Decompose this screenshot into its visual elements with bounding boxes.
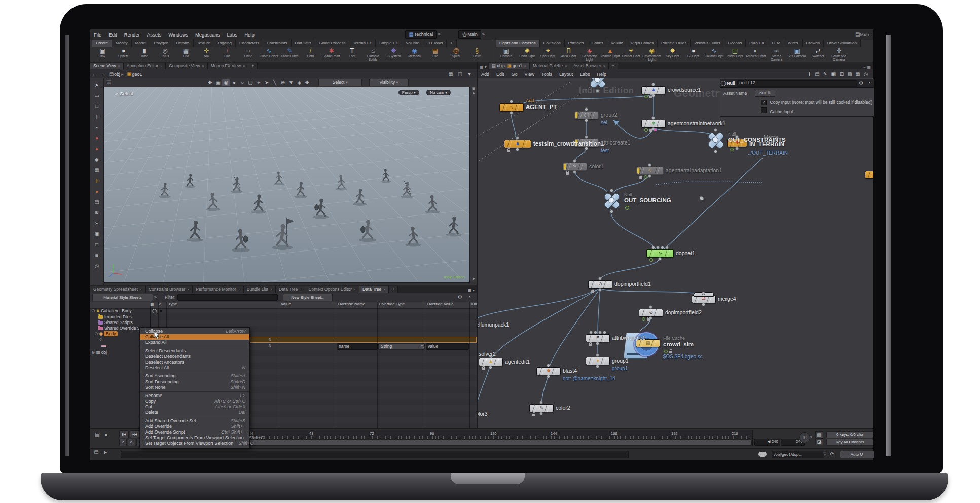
shelf-tool-spiral[interactable]: @Spiral: [446, 48, 466, 62]
node-agentconstraintnetwork1[interactable]: ❋: [641, 120, 666, 128]
shelf-tab-oceans[interactable]: Oceans: [724, 40, 746, 47]
shelf-tab-volume[interactable]: Volume: [402, 40, 423, 47]
context-item-copy[interactable]: CopyAlt+C or Ctrl+C: [140, 399, 249, 404]
pane-tab-asset-browser[interactable]: Asset Browser×: [570, 63, 609, 69]
context-item-delete[interactable]: DeleteDel: [140, 410, 249, 415]
viewport-tool-icon-8[interactable]: ╲: [271, 79, 279, 86]
pane-tab-add[interactable]: +: [389, 286, 398, 293]
context-item-sort-ascending[interactable]: Sort AscendingShift+A: [140, 373, 249, 379]
menu-windows[interactable]: Windows: [165, 32, 192, 38]
shelf-tab-polygon[interactable]: Polygon: [150, 40, 172, 47]
shelf-tool-spot-light[interactable]: ✦Spot Light: [537, 48, 558, 62]
copy-input-checkbox[interactable]: ✓ Copy Input (Note: Input will be still …: [761, 100, 872, 105]
menu-edit[interactable]: Edit: [105, 32, 120, 38]
left-toolbar-icon-16[interactable]: ≡: [93, 250, 101, 261]
filter-input[interactable]: [177, 294, 278, 301]
network-menu-add[interactable]: Add: [478, 71, 493, 77]
layout-dropdown[interactable]: ◎ Main: [458, 30, 481, 39]
column-header-value[interactable]: Value: [279, 302, 338, 309]
refresh-icon[interactable]: ⟳: [828, 451, 837, 458]
select-mode-dropdown[interactable]: Select ▾: [318, 79, 362, 86]
network-toolbar-icon-1[interactable]: ▤: [813, 70, 821, 78]
input-dot[interactable]: [714, 128, 717, 132]
input-dot[interactable]: [610, 189, 613, 192]
null-node-out-constraints[interactable]: [706, 130, 725, 150]
camera-badge[interactable]: No cam ▾: [426, 90, 451, 95]
override-value-field[interactable]: value: [426, 343, 469, 350]
network-editor[interactable]: Indie EditionGeometryMergeIN_TERRAIN../O…: [478, 78, 873, 428]
key-button[interactable]: ⚿: [799, 432, 810, 443]
range-end-field[interactable]: ◀ 240: [754, 439, 780, 446]
viewport-tool-icon-10[interactable]: ▼: [287, 79, 295, 86]
frame-ruler[interactable]: 24487296120144168192216: [242, 430, 753, 439]
shelf-tab-rigging[interactable]: Rigging: [214, 40, 236, 47]
key-mini-icon-2[interactable]: ◪: [815, 438, 823, 445]
network-menu-go[interactable]: Go: [508, 71, 521, 77]
left-toolbar-icon-8[interactable]: ▦: [93, 165, 101, 175]
help-icon[interactable]: ◔: [465, 294, 474, 301]
left-toolbar-icon-7[interactable]: ◆: [93, 154, 101, 165]
shelf-tab-item[interactable]: +: [447, 40, 457, 47]
shelf-tool-switcher[interactable]: ⇄Switcher: [808, 48, 828, 62]
shelf-tool-metaball[interactable]: ◉Metaball: [404, 48, 425, 62]
output-dot[interactable]: [547, 375, 550, 378]
forward-icon[interactable]: →: [98, 70, 106, 78]
shelf-tool-tube[interactable]: ▮Tube: [134, 48, 155, 62]
pane-tab-animation-editor[interactable]: Animation Editor×: [124, 63, 166, 69]
pane-tab-scene-view[interactable]: Scene View×: [90, 63, 124, 69]
left-toolbar-icon-2[interactable]: □: [93, 101, 101, 112]
output-dot[interactable]: [702, 303, 705, 306]
tl-icon-1[interactable]: ▤: [93, 431, 101, 438]
context-item-add-override-script[interactable]: Add Override ScriptCtrl+Shift+=: [140, 429, 249, 435]
shelf-tool-environment-light[interactable]: ◉Environment Light: [641, 48, 662, 62]
shelf-tool-sky-light[interactable]: ✸Sky Light: [662, 48, 683, 62]
shelf-tool-gamepad-camera[interactable]: ✜Gamepad Camera: [828, 48, 849, 62]
scene-viewport[interactable]: ➤ Select Persp ▾ No cam ▾ Indie Edition: [103, 87, 470, 283]
output-dot[interactable]: [516, 148, 519, 151]
column-header-tree[interactable]: [90, 302, 150, 309]
left-toolbar-icon-9[interactable]: ✛: [93, 175, 101, 186]
viewport-tool-icon-6[interactable]: ⌖: [255, 79, 263, 86]
shelf-tab-model[interactable]: Model: [132, 40, 151, 47]
column-header-output[interactable]: Output: [469, 302, 477, 309]
context-item-add-shared-override-set[interactable]: Add Shared Override SetShift+S: [140, 418, 249, 424]
viewport-tool-icon-5[interactable]: ▢: [246, 79, 255, 86]
context-item-set-target-objects-from-viewport-selection[interactable]: Set Target Objects From Viewport Selecti…: [140, 441, 249, 446]
context-item-deselect-descendants[interactable]: Deselect Descendants: [140, 354, 249, 360]
viewport-tool-icon-3[interactable]: ●: [230, 79, 238, 86]
shelf-tab-particles[interactable]: Particles: [565, 40, 588, 47]
context-item-deselect-ancestors[interactable]: Deselect Ancestors: [140, 360, 249, 365]
shelf-tab-drive-simulation[interactable]: Drive Simulation: [824, 40, 861, 47]
viewport-tool-icon-9[interactable]: ⊕: [279, 79, 287, 86]
input-dot[interactable]: [598, 331, 602, 334]
shelf-tab-fem[interactable]: FEM: [768, 40, 784, 47]
column-header-override-type[interactable]: Override Type: [377, 302, 427, 309]
left-toolbar-icon-14[interactable]: ▣: [93, 229, 101, 239]
shelf-tool-portal-light[interactable]: ◫Portal Light: [724, 48, 745, 62]
menu-assets[interactable]: Assets: [143, 32, 165, 38]
shelf-tool-caustic-light[interactable]: ∿Caustic Light: [704, 48, 724, 62]
key-mini-icon-1[interactable]: ▩: [815, 431, 823, 438]
keys-status-button[interactable]: 0 keys, 0/0 cha: [826, 431, 873, 438]
input-dot[interactable]: [651, 246, 655, 249]
pane-tab-add[interactable]: +: [609, 63, 618, 69]
left-toolbar-icon-0[interactable]: ➤: [93, 80, 101, 90]
context-item-add-override[interactable]: Add OverrideShift+=: [140, 424, 249, 429]
output-dot[interactable]: [596, 365, 599, 368]
output-dot[interactable]: [510, 111, 513, 115]
pane-icon-1[interactable]: ▦: [447, 70, 455, 78]
chat-bubble-icon[interactable]: [758, 452, 767, 457]
network-toolbar-icon-2[interactable]: ✎: [821, 70, 829, 78]
output-dot[interactable]: [489, 366, 492, 369]
shelf-tab-rigid-bodies[interactable]: Rigid Bodies: [627, 40, 658, 47]
pane-tab-composite-view[interactable]: Composite View×: [166, 63, 207, 69]
output-dot[interactable]: [658, 257, 662, 261]
output-dot[interactable]: [610, 210, 613, 213]
output-dot[interactable]: [735, 147, 739, 150]
shelf-tool-path[interactable]: /Path: [300, 48, 321, 62]
output-dot[interactable]: [585, 147, 588, 150]
input-dot[interactable]: [656, 246, 660, 249]
output-dot[interactable]: [598, 288, 602, 292]
network-menu-help[interactable]: Help: [593, 71, 610, 77]
stylesheet-dropdown[interactable]: Material Style Sheets: [92, 294, 153, 301]
